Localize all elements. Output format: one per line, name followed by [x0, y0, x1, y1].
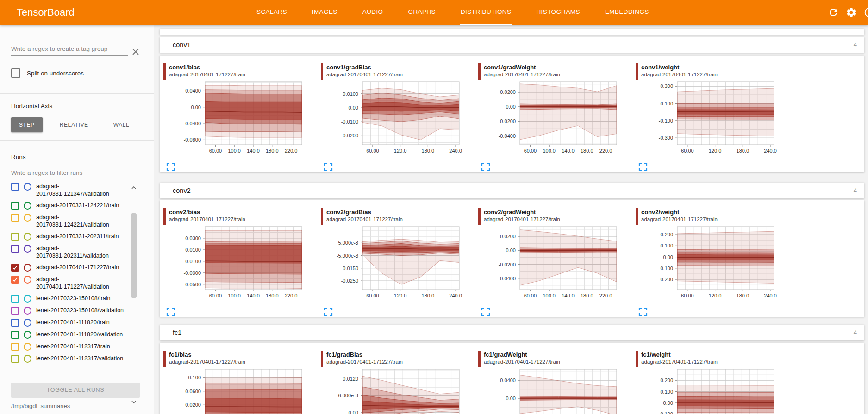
split-underscores-checkbox[interactable] — [11, 68, 20, 78]
y-tick-label: 0.0200 — [500, 234, 516, 239]
distribution-plot[interactable]: 0.3000.100-0.100-0.30060.00120.0180.0240… — [636, 80, 789, 159]
section-header-conv2[interactable]: conv24 — [160, 183, 864, 198]
run-item[interactable]: adagrad-20170401-171227/train — [11, 264, 141, 272]
section-charts-conv1: conv1/biasadagrad-20170401-171227/train0… — [160, 56, 864, 172]
distribution-plot[interactable]: 0.1000.06000.0200-0.020060.00100.0140.01… — [163, 367, 317, 414]
run-radio[interactable] — [24, 343, 31, 351]
run-item[interactable]: adagrad-20170401-171227/validation — [11, 276, 141, 290]
run-checkbox[interactable] — [11, 233, 19, 241]
run-item[interactable]: lenet-20170401-112317/train — [11, 343, 141, 351]
distribution-plot[interactable]: 0.04000.00-0.0400-0.080060.00100.0140.01… — [163, 80, 317, 159]
runs-scrollbar[interactable] — [130, 185, 138, 405]
run-radio[interactable] — [24, 307, 31, 315]
run-item[interactable]: adagrad-20170331-202311/validation — [11, 245, 141, 260]
distribution-plot[interactable]: 0.2000.1000.00-0.100-0.20060.00120.0180.… — [636, 367, 789, 414]
run-item[interactable]: lenet-20170401-112317/validation — [11, 355, 141, 363]
run-radio[interactable] — [24, 214, 31, 222]
runs-filter-input[interactable] — [11, 167, 139, 179]
section-header-fc1[interactable]: fc14 — [160, 325, 864, 340]
scroll-up-icon[interactable] — [131, 185, 137, 191]
run-radio[interactable] — [24, 183, 31, 191]
distribution-plot[interactable]: 0.2000.1000.00-0.100-0.20060.00120.0180.… — [636, 225, 789, 303]
y-tick-label: 0.100 — [660, 101, 673, 106]
run-radio[interactable] — [24, 202, 31, 210]
expand-icon[interactable] — [324, 307, 333, 316]
settings-icon[interactable] — [846, 7, 857, 18]
run-checkbox[interactable] — [11, 276, 19, 284]
refresh-icon[interactable] — [828, 7, 839, 18]
run-radio[interactable] — [24, 331, 31, 339]
run-radio[interactable] — [24, 355, 31, 363]
run-checkbox[interactable] — [11, 343, 19, 351]
run-item[interactable]: lenet-20170323-150108/train — [11, 295, 141, 303]
tag-filter-input[interactable] — [11, 43, 128, 56]
axis-relative-button[interactable]: RELATIVE — [52, 117, 96, 132]
run-radio[interactable] — [24, 264, 31, 272]
run-color-bar — [163, 208, 166, 225]
run-checkbox[interactable] — [11, 331, 19, 339]
distribution-plot[interactable]: 0.01000.00-0.0100-0.020060.00120.0180.02… — [321, 80, 475, 159]
run-item[interactable]: adagrad-20170331-121347/validation — [11, 183, 141, 198]
help-icon[interactable]: ? — [864, 7, 868, 18]
run-checkbox[interactable] — [11, 183, 19, 191]
run-color-bar — [163, 351, 166, 367]
scrollbar-thumb[interactable] — [131, 213, 137, 298]
x-tick-label: 180.0 — [581, 293, 593, 298]
section-header-conv1[interactable]: conv14 — [160, 37, 864, 53]
chart-run-label: adagrad-20170401-171227/train — [169, 71, 245, 78]
section-chart-count: 4 — [854, 37, 857, 53]
run-item[interactable]: lenet-20170323-150108/validation — [11, 307, 141, 315]
split-underscores-row[interactable]: Split on underscores — [11, 68, 84, 78]
run-radio[interactable] — [24, 233, 31, 241]
distribution-plot[interactable]: 0.04000.00-0.040060.00100.0140.0180.0220… — [478, 367, 632, 414]
run-item[interactable]: adagrad-20170331-124221/train — [11, 202, 141, 210]
distribution-plot[interactable]: 0.01206.000e-30.0060.00120.0180.0240.0 — [321, 367, 475, 414]
tab-audio[interactable]: AUDIO — [362, 0, 384, 25]
run-checkbox[interactable] — [11, 307, 19, 315]
distribution-plot[interactable]: 5.000e-3-5.000e-3-0.0150-0.025060.00120.… — [321, 225, 475, 303]
run-item[interactable]: adagrad-20170331-124221/validation — [11, 214, 141, 229]
tab-graphs[interactable]: GRAPHS — [407, 0, 437, 25]
tab-histograms[interactable]: HISTOGRAMS — [535, 0, 581, 25]
expand-icon[interactable] — [166, 162, 175, 172]
tab-distributions[interactable]: DISTRIBUTIONS — [460, 0, 512, 25]
section-title: conv2 — [173, 183, 191, 198]
y-tick-label: 0.00 — [506, 104, 516, 110]
toggle-all-runs-button[interactable]: TOGGLE ALL RUNS — [11, 383, 140, 398]
run-checkbox[interactable] — [11, 245, 19, 253]
expand-icon[interactable] — [481, 162, 490, 172]
run-item[interactable]: lenet-20170401-111820/validation — [11, 331, 141, 339]
expand-icon[interactable] — [638, 162, 648, 172]
distribution-plot[interactable]: 0.02000.00-0.0200-0.040060.00100.0140.01… — [478, 225, 632, 303]
run-checkbox[interactable] — [11, 202, 19, 210]
run-radio[interactable] — [24, 245, 31, 253]
run-item[interactable]: lenet-20170401-111820/train — [11, 319, 141, 327]
expand-icon[interactable] — [166, 307, 175, 316]
y-tick-label: 0.00 — [191, 105, 201, 110]
run-radio[interactable] — [24, 295, 31, 303]
run-checkbox[interactable] — [11, 355, 19, 363]
run-item[interactable]: adagrad-20170331-202311/train — [11, 233, 141, 241]
run-radio[interactable] — [24, 319, 31, 327]
run-checkbox[interactable] — [11, 319, 19, 327]
expand-icon[interactable] — [638, 307, 648, 316]
tab-images[interactable]: IMAGES — [311, 0, 338, 25]
chart-title-block: conv2/gradBiasadagrad-20170401-171227/tr… — [321, 208, 476, 225]
distribution-plot[interactable]: 0.02000.00-0.0200-0.040060.00100.0140.01… — [478, 80, 632, 159]
close-icon[interactable] — [131, 47, 140, 56]
distribution-plot[interactable]: 0.03000.0100-0.0100-0.0300-0.050060.0010… — [163, 225, 317, 303]
y-tick-label: 0.200 — [660, 232, 673, 237]
expand-icon[interactable] — [324, 162, 333, 172]
y-tick-label: 0.00 — [506, 395, 516, 401]
expand-icon[interactable] — [481, 307, 490, 316]
tab-embeddings[interactable]: EMBEDDINGS — [604, 0, 650, 25]
tab-scalars[interactable]: SCALARS — [256, 0, 288, 25]
x-tick-label: 180.0 — [266, 293, 279, 298]
run-checkbox[interactable] — [11, 264, 19, 272]
axis-wall-button[interactable]: WALL — [106, 117, 137, 132]
run-checkbox[interactable] — [11, 295, 19, 303]
scroll-down-icon[interactable] — [131, 399, 137, 405]
run-checkbox[interactable] — [11, 214, 19, 222]
axis-step-button[interactable]: STEP — [11, 117, 43, 132]
run-radio[interactable] — [24, 276, 31, 284]
